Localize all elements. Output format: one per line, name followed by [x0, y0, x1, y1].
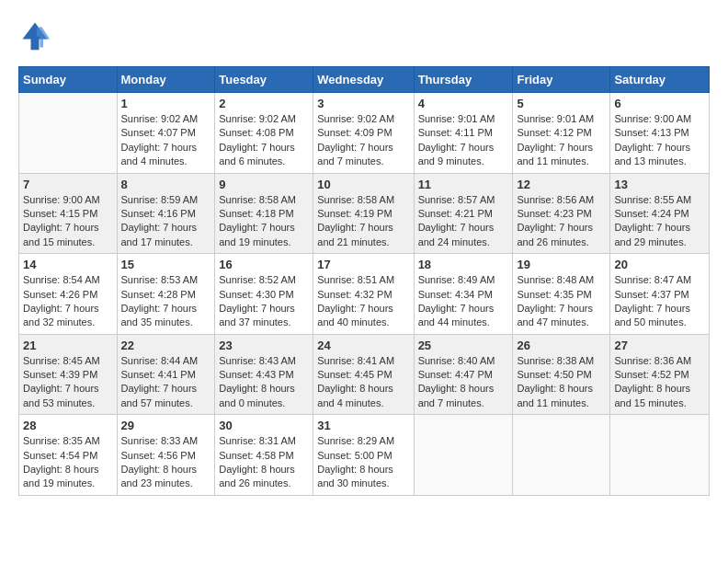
- day-number: 26: [517, 339, 606, 352]
- calendar-cell: 7Sunrise: 9:00 AMSunset: 4:15 PMDaylight…: [19, 173, 118, 254]
- day-detail: Sunrise: 8:29 AMSunset: 5:00 PMDaylight:…: [317, 434, 409, 491]
- week-row-2: 7Sunrise: 9:00 AMSunset: 4:15 PMDaylight…: [19, 173, 710, 254]
- calendar-cell: 2Sunrise: 9:02 AMSunset: 4:08 PMDaylight…: [215, 93, 313, 174]
- day-header-wednesday: Wednesday: [313, 67, 414, 93]
- day-number: 31: [317, 419, 409, 432]
- day-number: 2: [219, 97, 309, 110]
- calendar-cell: 26Sunrise: 8:38 AMSunset: 4:50 PMDayligh…: [513, 334, 610, 415]
- day-detail: Sunrise: 9:00 AMSunset: 4:13 PMDaylight:…: [614, 112, 705, 169]
- week-row-1: 1Sunrise: 9:02 AMSunset: 4:07 PMDaylight…: [19, 93, 710, 174]
- calendar-cell: 25Sunrise: 8:40 AMSunset: 4:47 PMDayligh…: [414, 334, 513, 415]
- day-number: 9: [219, 178, 309, 191]
- calendar-cell: 1Sunrise: 9:02 AMSunset: 4:07 PMDaylight…: [117, 93, 215, 174]
- week-row-4: 21Sunrise: 8:45 AMSunset: 4:39 PMDayligh…: [19, 334, 710, 415]
- day-number: 6: [614, 97, 705, 110]
- calendar-cell: [610, 415, 710, 496]
- day-number: 3: [317, 97, 409, 110]
- header-row: SundayMondayTuesdayWednesdayThursdayFrid…: [19, 67, 710, 93]
- day-number: 4: [418, 97, 509, 110]
- calendar-cell: [19, 93, 118, 174]
- logo-icon: [18, 18, 51, 52]
- calendar-cell: 8Sunrise: 8:59 AMSunset: 4:16 PMDaylight…: [117, 173, 215, 254]
- day-header-saturday: Saturday: [610, 67, 710, 93]
- day-detail: Sunrise: 8:43 AMSunset: 4:43 PMDaylight:…: [219, 354, 309, 411]
- day-detail: Sunrise: 8:47 AMSunset: 4:37 PMDaylight:…: [614, 273, 705, 330]
- day-number: 5: [517, 97, 606, 110]
- day-detail: Sunrise: 8:51 AMSunset: 4:32 PMDaylight:…: [317, 273, 409, 330]
- day-header-sunday: Sunday: [19, 67, 118, 93]
- calendar-cell: 17Sunrise: 8:51 AMSunset: 4:32 PMDayligh…: [313, 254, 414, 335]
- day-number: 16: [219, 258, 309, 271]
- day-header-friday: Friday: [513, 67, 610, 93]
- calendar-cell: [414, 415, 513, 496]
- calendar-cell: 13Sunrise: 8:55 AMSunset: 4:24 PMDayligh…: [610, 173, 710, 254]
- day-detail: Sunrise: 8:58 AMSunset: 4:18 PMDaylight:…: [219, 193, 309, 250]
- day-detail: Sunrise: 8:33 AMSunset: 4:56 PMDaylight:…: [121, 434, 211, 491]
- day-number: 7: [23, 178, 113, 191]
- page-header: [18, 18, 710, 52]
- calendar-cell: 21Sunrise: 8:45 AMSunset: 4:39 PMDayligh…: [19, 334, 118, 415]
- day-detail: Sunrise: 9:01 AMSunset: 4:11 PMDaylight:…: [418, 112, 509, 169]
- calendar-cell: 18Sunrise: 8:49 AMSunset: 4:34 PMDayligh…: [414, 254, 513, 335]
- calendar-cell: 10Sunrise: 8:58 AMSunset: 4:19 PMDayligh…: [313, 173, 414, 254]
- day-number: 27: [614, 339, 705, 352]
- day-number: 30: [219, 419, 309, 432]
- day-detail: Sunrise: 8:40 AMSunset: 4:47 PMDaylight:…: [418, 354, 509, 411]
- day-detail: Sunrise: 8:49 AMSunset: 4:34 PMDaylight:…: [418, 273, 509, 330]
- day-number: 22: [121, 339, 211, 352]
- day-number: 21: [23, 339, 113, 352]
- calendar: SundayMondayTuesdayWednesdayThursdayFrid…: [18, 66, 710, 496]
- logo: [18, 18, 55, 52]
- calendar-cell: 11Sunrise: 8:57 AMSunset: 4:21 PMDayligh…: [414, 173, 513, 254]
- day-number: 18: [418, 258, 509, 271]
- day-number: 23: [219, 339, 309, 352]
- day-number: 29: [121, 419, 211, 432]
- day-number: 11: [418, 178, 509, 191]
- calendar-cell: 16Sunrise: 8:52 AMSunset: 4:30 PMDayligh…: [215, 254, 313, 335]
- day-header-thursday: Thursday: [414, 67, 513, 93]
- day-detail: Sunrise: 8:35 AMSunset: 4:54 PMDaylight:…: [23, 434, 113, 491]
- calendar-cell: 29Sunrise: 8:33 AMSunset: 4:56 PMDayligh…: [117, 415, 215, 496]
- calendar-cell: 23Sunrise: 8:43 AMSunset: 4:43 PMDayligh…: [215, 334, 313, 415]
- calendar-cell: 6Sunrise: 9:00 AMSunset: 4:13 PMDaylight…: [610, 93, 710, 174]
- day-number: 1: [121, 97, 211, 110]
- day-detail: Sunrise: 9:02 AMSunset: 4:07 PMDaylight:…: [121, 112, 211, 169]
- day-number: 15: [121, 258, 211, 271]
- day-number: 17: [317, 258, 409, 271]
- calendar-cell: 9Sunrise: 8:58 AMSunset: 4:18 PMDaylight…: [215, 173, 313, 254]
- day-number: 28: [23, 419, 113, 432]
- day-number: 19: [517, 258, 606, 271]
- day-number: 14: [23, 258, 113, 271]
- day-detail: Sunrise: 8:52 AMSunset: 4:30 PMDaylight:…: [219, 273, 309, 330]
- day-detail: Sunrise: 8:38 AMSunset: 4:50 PMDaylight:…: [517, 354, 606, 411]
- day-detail: Sunrise: 8:31 AMSunset: 4:58 PMDaylight:…: [219, 434, 309, 491]
- day-detail: Sunrise: 8:58 AMSunset: 4:19 PMDaylight:…: [317, 193, 409, 250]
- day-number: 20: [614, 258, 705, 271]
- calendar-cell: 24Sunrise: 8:41 AMSunset: 4:45 PMDayligh…: [313, 334, 414, 415]
- calendar-cell: 22Sunrise: 8:44 AMSunset: 4:41 PMDayligh…: [117, 334, 215, 415]
- day-number: 8: [121, 178, 211, 191]
- day-number: 12: [517, 178, 606, 191]
- calendar-cell: 27Sunrise: 8:36 AMSunset: 4:52 PMDayligh…: [610, 334, 710, 415]
- calendar-cell: 14Sunrise: 8:54 AMSunset: 4:26 PMDayligh…: [19, 254, 118, 335]
- day-detail: Sunrise: 8:59 AMSunset: 4:16 PMDaylight:…: [121, 193, 211, 250]
- day-detail: Sunrise: 8:55 AMSunset: 4:24 PMDaylight:…: [614, 193, 705, 250]
- day-detail: Sunrise: 8:53 AMSunset: 4:28 PMDaylight:…: [121, 273, 211, 330]
- day-detail: Sunrise: 8:57 AMSunset: 4:21 PMDaylight:…: [418, 193, 509, 250]
- week-row-5: 28Sunrise: 8:35 AMSunset: 4:54 PMDayligh…: [19, 415, 710, 496]
- day-detail: Sunrise: 8:54 AMSunset: 4:26 PMDaylight:…: [23, 273, 113, 330]
- day-detail: Sunrise: 8:44 AMSunset: 4:41 PMDaylight:…: [121, 354, 211, 411]
- day-number: 24: [317, 339, 409, 352]
- calendar-cell: 15Sunrise: 8:53 AMSunset: 4:28 PMDayligh…: [117, 254, 215, 335]
- day-detail: Sunrise: 9:01 AMSunset: 4:12 PMDaylight:…: [517, 112, 606, 169]
- calendar-cell: 28Sunrise: 8:35 AMSunset: 4:54 PMDayligh…: [19, 415, 118, 496]
- day-detail: Sunrise: 9:02 AMSunset: 4:09 PMDaylight:…: [317, 112, 409, 169]
- day-detail: Sunrise: 9:00 AMSunset: 4:15 PMDaylight:…: [23, 193, 113, 250]
- calendar-cell: 20Sunrise: 8:47 AMSunset: 4:37 PMDayligh…: [610, 254, 710, 335]
- day-detail: Sunrise: 8:48 AMSunset: 4:35 PMDaylight:…: [517, 273, 606, 330]
- day-number: 13: [614, 178, 705, 191]
- day-detail: Sunrise: 8:56 AMSunset: 4:23 PMDaylight:…: [517, 193, 606, 250]
- day-header-tuesday: Tuesday: [215, 67, 313, 93]
- calendar-cell: 19Sunrise: 8:48 AMSunset: 4:35 PMDayligh…: [513, 254, 610, 335]
- day-header-monday: Monday: [117, 67, 215, 93]
